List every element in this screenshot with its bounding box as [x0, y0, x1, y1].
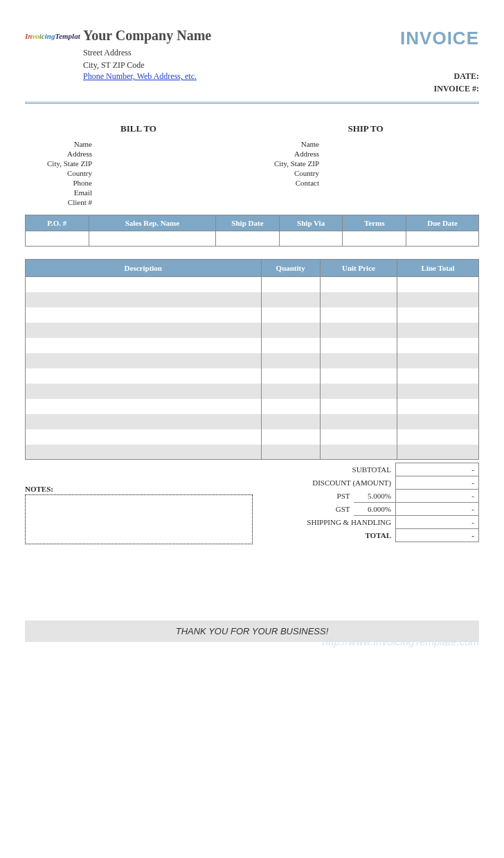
ship-to-field-value[interactable]	[325, 169, 479, 177]
company-block: Your Company Name Street Address City, S…	[80, 28, 400, 82]
line-item-cell[interactable]	[26, 353, 262, 368]
line-item-cell[interactable]	[397, 429, 479, 445]
col-unit-price: Unit Price	[320, 260, 397, 277]
line-item-cell[interactable]	[397, 307, 479, 323]
line-item-cell[interactable]	[261, 353, 320, 368]
line-item-cell[interactable]	[397, 277, 479, 292]
notes-box[interactable]	[25, 494, 253, 544]
line-item-row	[26, 414, 479, 429]
notes-area: NOTES:	[25, 463, 261, 544]
line-item-cell[interactable]	[320, 429, 397, 445]
line-item-cell[interactable]	[261, 323, 320, 338]
info-cell[interactable]	[216, 231, 280, 247]
bill-to-field-value[interactable]	[98, 159, 252, 168]
line-item-cell[interactable]	[26, 368, 262, 384]
bill-to-field-value[interactable]	[98, 140, 252, 148]
line-item-cell[interactable]	[320, 353, 397, 368]
line-item-cell[interactable]	[320, 445, 397, 460]
line-item-cell[interactable]	[320, 368, 397, 384]
line-item-cell[interactable]	[397, 338, 479, 353]
col-quantity: Quantity	[261, 260, 320, 277]
total-value: -	[395, 529, 478, 542]
line-item-cell[interactable]	[320, 307, 397, 323]
line-item-cell[interactable]	[397, 353, 479, 368]
line-item-row	[26, 277, 479, 292]
header-right: INVOICE DATE: INVOICE #:	[400, 28, 479, 95]
line-item-cell[interactable]	[320, 338, 397, 353]
line-item-row	[26, 292, 479, 307]
line-item-cell[interactable]	[261, 338, 320, 353]
date-label: DATE:	[400, 70, 479, 82]
line-item-cell[interactable]	[397, 368, 479, 384]
line-item-cell[interactable]	[26, 307, 262, 323]
line-item-cell[interactable]	[26, 399, 262, 414]
bill-to-field-value[interactable]	[98, 150, 252, 158]
line-item-cell[interactable]	[26, 292, 262, 307]
line-item-cell[interactable]	[261, 292, 320, 307]
line-item-cell[interactable]	[397, 292, 479, 307]
subtotal-label: SUBTOTAL	[261, 463, 395, 476]
line-item-cell[interactable]	[397, 384, 479, 399]
ship-to-field-value[interactable]	[325, 140, 479, 148]
line-item-cell[interactable]	[320, 292, 397, 307]
ship-to-field-label: City, State ZIP	[252, 159, 325, 168]
info-cell[interactable]	[406, 231, 479, 247]
line-item-cell[interactable]	[26, 277, 262, 292]
line-item-cell[interactable]	[26, 414, 262, 429]
bill-to-field-label: Client #	[25, 198, 98, 206]
col-description: Description	[26, 260, 262, 277]
bill-to-field-value[interactable]	[98, 169, 252, 177]
col-line-total: Line Total	[397, 260, 479, 277]
bill-to-field-value[interactable]	[98, 179, 252, 187]
line-item-cell[interactable]	[320, 399, 397, 414]
company-name: Your Company Name	[83, 28, 400, 44]
ship-to-field-value[interactable]	[325, 179, 479, 187]
line-item-cell[interactable]	[26, 384, 262, 399]
line-item-row	[26, 323, 479, 338]
line-item-cell[interactable]	[320, 414, 397, 429]
discount-label: DISCOUNT (AMOUNT)	[261, 476, 395, 490]
line-item-cell[interactable]	[261, 429, 320, 445]
info-cell[interactable]	[279, 231, 343, 247]
line-item-cell[interactable]	[261, 414, 320, 429]
line-item-row	[26, 399, 479, 414]
line-item-cell[interactable]	[320, 323, 397, 338]
line-item-cell[interactable]	[26, 429, 262, 445]
line-item-cell[interactable]	[261, 399, 320, 414]
line-item-row	[26, 338, 479, 353]
info-cell[interactable]	[343, 231, 406, 247]
gst-label: GST	[261, 503, 354, 516]
ship-to-field-value[interactable]	[325, 159, 479, 168]
line-item-cell[interactable]	[26, 445, 262, 460]
line-item-cell[interactable]	[261, 277, 320, 292]
bottom-section: NOTES: SUBTOTAL - DISCOUNT (AMOUNT) - PS…	[25, 463, 479, 544]
bill-to-field-value[interactable]	[98, 188, 252, 197]
line-item-cell[interactable]	[261, 384, 320, 399]
bill-to-field-value[interactable]	[98, 198, 252, 206]
info-header: Ship Via	[279, 215, 343, 231]
line-item-cell[interactable]	[320, 277, 397, 292]
line-item-row	[26, 368, 479, 384]
info-cell[interactable]	[89, 231, 215, 247]
line-item-cell[interactable]	[397, 399, 479, 414]
info-cell[interactable]	[26, 231, 89, 247]
line-item-cell[interactable]	[26, 323, 262, 338]
line-item-cell[interactable]	[261, 307, 320, 323]
header-divider	[25, 102, 479, 104]
line-item-cell[interactable]	[397, 414, 479, 429]
shipping-label: SHIPPING & HANDLING	[261, 516, 395, 529]
line-item-cell[interactable]	[397, 323, 479, 338]
line-item-cell[interactable]	[320, 384, 397, 399]
line-item-cell[interactable]	[26, 338, 262, 353]
line-item-cell[interactable]	[261, 368, 320, 384]
line-item-cell[interactable]	[397, 445, 479, 460]
company-contact-link[interactable]: Phone Number, Web Address, etc.	[83, 71, 197, 81]
bill-to-field-label: Country	[25, 169, 98, 177]
info-header: P.O. #	[26, 215, 89, 231]
ship-to-field-value[interactable]	[325, 150, 479, 158]
line-item-cell[interactable]	[261, 445, 320, 460]
ship-to-field-label: Address	[252, 150, 325, 158]
invoice-number-label: INVOICE #:	[400, 82, 479, 95]
line-item-row	[26, 429, 479, 445]
ship-to-heading: SHIP TO	[252, 123, 479, 134]
